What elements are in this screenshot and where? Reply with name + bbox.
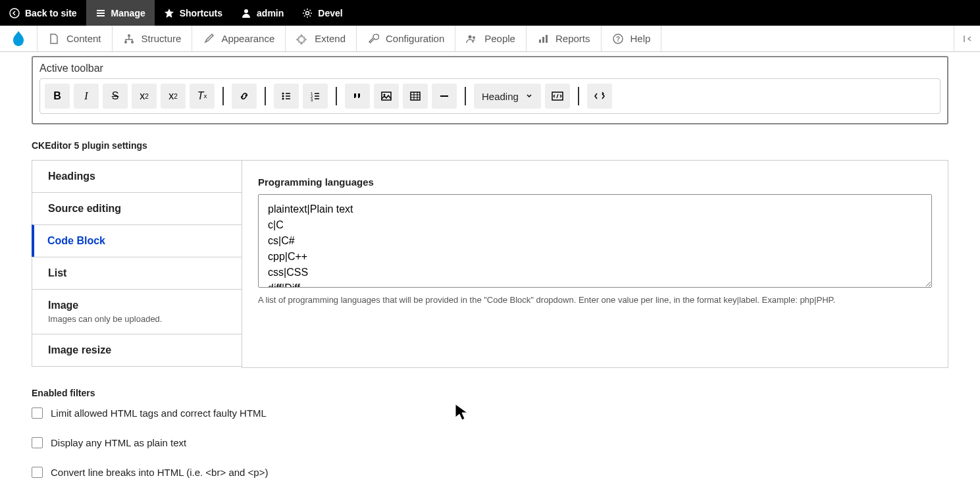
nav-help-label: Help	[631, 33, 651, 44]
checkbox[interactable]	[32, 437, 43, 448]
horizontal-rule-button[interactable]	[432, 84, 457, 109]
toolbar-separator	[578, 87, 579, 105]
active-toolbar-section: Active toolbar B I S x2 x2 Tx 123 Headin…	[32, 56, 948, 124]
admin-label: admin	[257, 8, 284, 18]
svg-rect-21	[411, 92, 420, 100]
nav-content[interactable]: Content	[38, 26, 113, 51]
svg-point-4	[124, 41, 127, 43]
checkbox[interactable]	[32, 467, 43, 478]
manage-button[interactable]: Manage	[86, 0, 155, 26]
svg-point-5	[131, 41, 134, 43]
remove-format-button[interactable]: Tx	[190, 84, 215, 109]
bold-button[interactable]: B	[45, 84, 70, 109]
languages-description: A list of programming languages that wil…	[258, 295, 932, 305]
filter-plain-label: Display any HTML as plain text	[51, 437, 186, 448]
nav-structure-label: Structure	[142, 33, 182, 44]
strikethrough-button[interactable]: S	[103, 84, 128, 109]
filter-breaks-label: Convert line breaks into HTML (i.e. <br>…	[51, 467, 268, 478]
filter-limit-html[interactable]: Limit allowed HTML tags and correct faul…	[32, 407, 948, 419]
nav-configuration[interactable]: Configuration	[357, 26, 455, 51]
tab-headings[interactable]: Headings	[32, 160, 242, 193]
tab-resize-label: Image resize	[48, 344, 226, 356]
shortcuts-label: Shortcuts	[180, 8, 222, 18]
nav-reports-label: Reports	[555, 33, 590, 44]
checkbox[interactable]	[32, 407, 43, 419]
bullet-list-button[interactable]	[274, 84, 299, 109]
code-block-panel: Programming languages A list of programm…	[242, 160, 948, 368]
document-icon	[48, 33, 60, 45]
help-icon: ?	[612, 33, 624, 45]
devel-button[interactable]: Devel	[293, 0, 351, 26]
heading-dropdown[interactable]: Heading	[474, 84, 541, 109]
filter-display-plain[interactable]: Display any HTML as plain text	[32, 437, 948, 448]
toolbar-separator	[265, 87, 266, 105]
svg-point-6	[469, 35, 472, 38]
svg-point-13	[282, 93, 284, 95]
languages-label: Programming languages	[258, 176, 932, 188]
subscript-button[interactable]: x2	[161, 84, 186, 109]
tab-list[interactable]: List	[32, 257, 242, 290]
svg-rect-8	[539, 39, 541, 43]
svg-point-0	[10, 9, 19, 18]
plugin-settings-tabs: Headings Source editing Code Block List …	[32, 160, 948, 368]
nav-configuration-label: Configuration	[386, 33, 444, 44]
toolbar-separator	[336, 87, 337, 105]
toolbar-separator	[465, 87, 466, 105]
svg-rect-10	[546, 35, 548, 43]
image-button[interactable]	[374, 84, 399, 109]
star-icon	[164, 8, 174, 18]
people-icon	[466, 33, 478, 45]
filter-line-breaks[interactable]: Convert line breaks into HTML (i.e. <br>…	[32, 467, 948, 478]
nav-structure[interactable]: Structure	[113, 26, 193, 51]
svg-point-1	[244, 9, 248, 13]
back-arrow-icon	[9, 8, 20, 18]
svg-point-15	[282, 98, 284, 100]
collapse-toolbar-button[interactable]	[954, 26, 980, 51]
svg-point-14	[282, 95, 284, 97]
table-button[interactable]	[403, 84, 428, 109]
tab-source-editing[interactable]: Source editing	[32, 192, 242, 225]
toolbar-row: B I S x2 x2 Tx 123 Heading	[39, 78, 941, 114]
tab-list-label: List	[48, 267, 226, 279]
code-block-button[interactable]	[545, 84, 570, 109]
admin-user-button[interactable]: admin	[232, 0, 293, 26]
devel-label: Devel	[318, 8, 342, 18]
nav-extend-label: Extend	[315, 33, 346, 44]
drupal-logo[interactable]	[0, 26, 38, 51]
tab-image-resize[interactable]: Image resize	[32, 334, 242, 367]
link-button[interactable]	[232, 84, 257, 109]
hierarchy-icon	[123, 33, 135, 45]
admin-toolbar: Back to site Manage Shortcuts admin Deve…	[0, 0, 980, 26]
nav-appearance[interactable]: Appearance	[192, 26, 286, 51]
nav-help[interactable]: ? Help	[602, 26, 662, 51]
tab-image[interactable]: Image Images can only be uploaded.	[32, 289, 242, 334]
tab-code-block[interactable]: Code Block	[32, 224, 242, 257]
nav-reports[interactable]: Reports	[527, 26, 602, 51]
gear-icon	[302, 8, 313, 18]
back-to-site-label: Back to site	[25, 8, 77, 18]
tab-image-label: Image	[48, 300, 226, 311]
source-button[interactable]	[587, 84, 612, 109]
puzzle-icon	[296, 33, 308, 45]
toolbar-separator	[222, 87, 224, 105]
nav-content-label: Content	[66, 33, 101, 44]
tab-image-desc: Images can only be uploaded.	[48, 314, 226, 324]
hamburger-icon	[95, 8, 106, 18]
user-icon	[241, 8, 251, 18]
languages-textarea[interactable]	[258, 194, 932, 288]
superscript-button[interactable]: x2	[132, 84, 157, 109]
back-to-site-button[interactable]: Back to site	[0, 0, 86, 26]
nav-extend[interactable]: Extend	[286, 26, 357, 51]
nav-appearance-label: Appearance	[221, 33, 274, 44]
active-toolbar-label: Active toolbar	[39, 63, 941, 74]
blockquote-button[interactable]	[345, 84, 370, 109]
numbered-list-button[interactable]: 123	[303, 84, 328, 109]
svg-text:3: 3	[311, 98, 313, 102]
svg-rect-19	[382, 92, 391, 100]
italic-button[interactable]: I	[74, 84, 99, 109]
collapse-icon	[962, 34, 973, 44]
nav-people-label: People	[484, 33, 515, 44]
shortcuts-button[interactable]: Shortcuts	[155, 0, 232, 26]
svg-rect-9	[542, 37, 544, 43]
nav-people[interactable]: People	[455, 26, 527, 51]
